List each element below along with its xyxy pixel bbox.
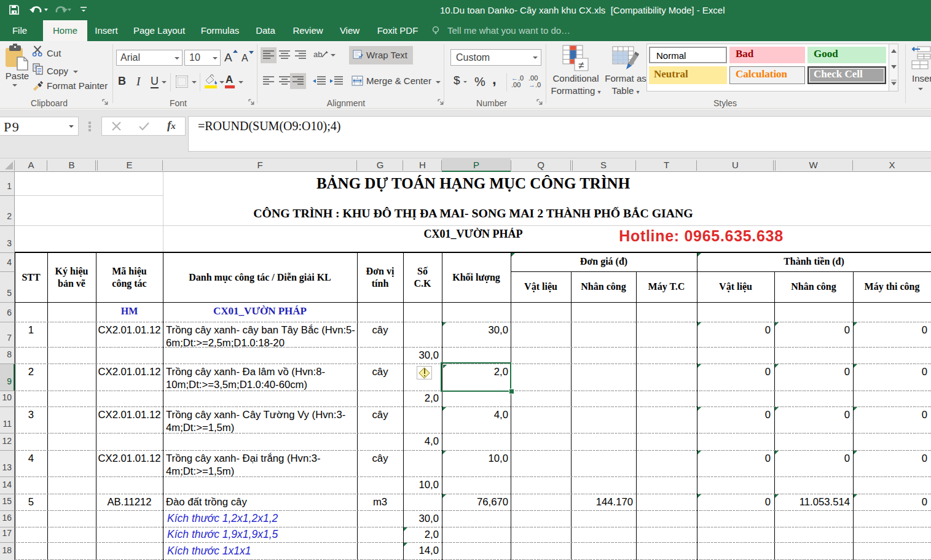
- svg-text:≠: ≠: [578, 60, 584, 71]
- svg-text:ab: ab: [313, 50, 322, 59]
